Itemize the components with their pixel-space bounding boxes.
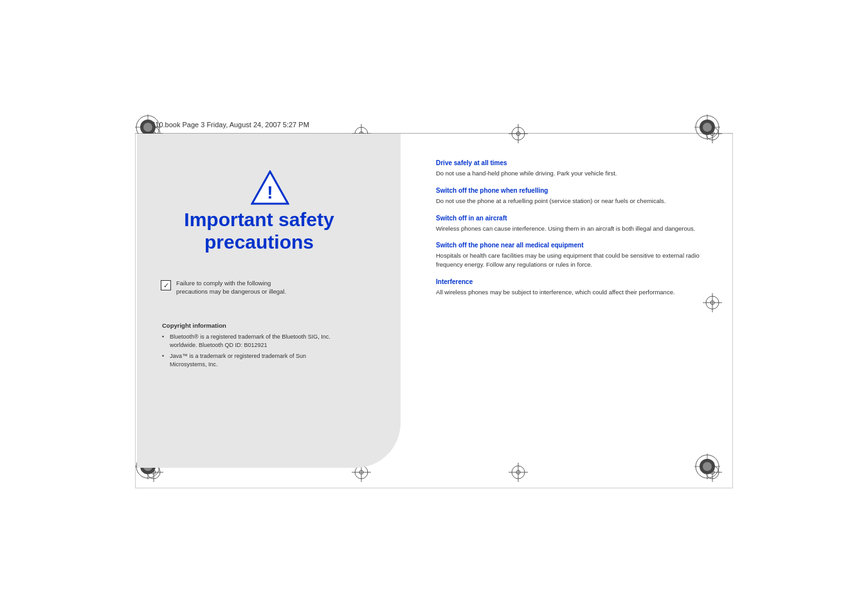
- right-content: Drive safely at all times Do not use a h…: [423, 159, 719, 306]
- svg-text:!: !: [267, 182, 273, 202]
- safety-section-1: Drive safely at all times Do not use a h…: [436, 159, 706, 178]
- main-title: Important safety precautions: [150, 209, 368, 253]
- title-line2: precautions: [204, 231, 314, 253]
- copyright-heading: Copyright information: [162, 321, 336, 330]
- svg-point-49: [703, 123, 712, 132]
- svg-point-63: [703, 462, 712, 471]
- safety-heading-1: Drive safely at all times: [436, 159, 706, 166]
- copyright-item-2: • Java™ is a trademark or registered tra…: [162, 352, 336, 368]
- safety-text-1: Do not use a hand-held phone while drivi…: [436, 169, 706, 178]
- page-container: M510.book Page 3 Friday, August 24, 2007…: [0, 0, 868, 613]
- notice-area: ✓ Failure to comply with the following p…: [161, 280, 302, 296]
- reg-mark-mtr: [509, 124, 528, 143]
- safety-text-2: Do not use the phone at a refuelling poi…: [436, 197, 706, 206]
- svg-point-42: [143, 123, 152, 132]
- safety-heading-5: Interference: [436, 278, 706, 285]
- safety-section-3: Switch off in an aircraft Wireless phone…: [436, 215, 706, 233]
- filename-text: M510.book Page 3 Friday, August 24, 2007…: [145, 121, 309, 129]
- safety-heading-4: Switch off the phone near all medical eq…: [436, 242, 706, 249]
- copyright-item-1: • Bluetooth® is a registered trademark o…: [162, 333, 336, 349]
- copyright-section: Copyright information • Bluetooth® is a …: [162, 321, 336, 372]
- safety-text-5: All wireless phones may be subject to in…: [436, 288, 706, 297]
- corner-circle-br: [694, 454, 720, 482]
- safety-heading-3: Switch off in an aircraft: [436, 215, 706, 222]
- safety-section-5: Interference All wireless phones may be …: [436, 278, 706, 297]
- checkbox-icon: ✓: [161, 280, 171, 290]
- safety-section-2: Switch off the phone when refuelling Do …: [436, 187, 706, 206]
- corner-circle-tr: [694, 114, 720, 143]
- title-line1: Important safety: [184, 209, 334, 230]
- reg-mark-mbr: [509, 463, 528, 482]
- safety-section-4: Switch off the phone near all medical eq…: [436, 242, 706, 269]
- safety-text-4: Hospitals or health care facilities may …: [436, 251, 706, 269]
- copyright-list: • Bluetooth® is a registered trademark o…: [162, 333, 336, 368]
- notice-text: Failure to comply with the following pre…: [176, 280, 302, 296]
- safety-text-3: Wireless phones can cause interference. …: [436, 224, 706, 233]
- header-bar: M510.book Page 3 Friday, August 24, 2007…: [135, 116, 733, 134]
- warning-icon: !: [248, 170, 293, 209]
- safety-heading-2: Switch off the phone when refuelling: [436, 187, 706, 194]
